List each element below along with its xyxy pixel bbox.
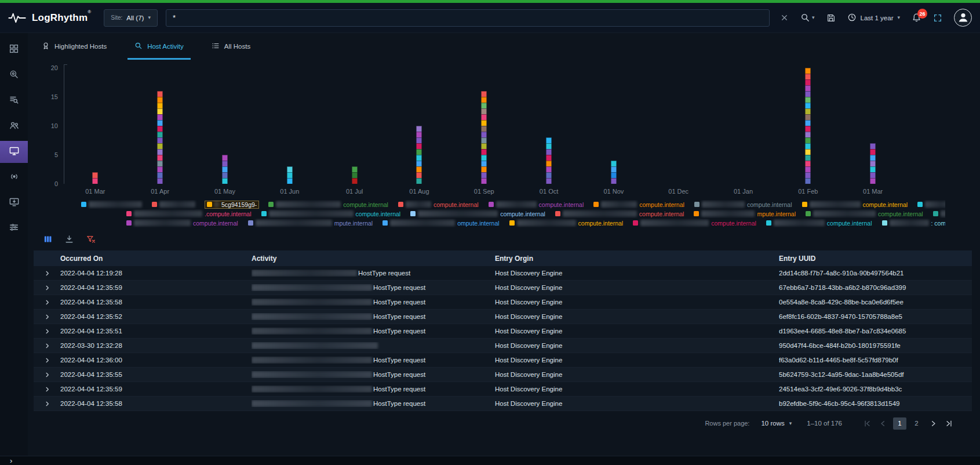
row-expand-chevron[interactable] [34,401,60,407]
chart-bar[interactable] [547,137,552,184]
legend-item[interactable]: compute.internal [126,220,238,227]
table-row[interactable]: 2022-04-04 12:35:58HostType requestHost … [34,295,972,310]
legend-item[interactable]: compute.internal [593,201,684,208]
previous-page-button[interactable] [877,418,888,429]
sidebar-item-administration[interactable] [0,217,28,239]
legend-item[interactable]: compute.internal [398,201,479,208]
bar-segment [806,74,811,79]
legend-item[interactable]: .compute.internal [126,210,252,217]
table-row[interactable]: 2022-04-04 12:35:59HostType requestHost … [34,281,972,295]
tab-all-hosts[interactable]: All Hosts [208,33,254,60]
chart-bar[interactable] [222,155,227,184]
sidebar-item-hosts[interactable] [0,141,28,163]
chart-bar[interactable] [870,143,876,184]
tab-host-activity[interactable]: Host Activity [131,33,187,60]
bar-segment [158,137,163,143]
cell-entry-uuid: 0e554a8e-8ca8-429c-88be-bca0e6d6f5ee [779,299,972,306]
chart-bar[interactable] [352,166,357,184]
bar-segment [158,97,163,103]
table-row[interactable]: 2022-04-04 12:35:58HostType requestHost … [34,397,972,411]
table-row[interactable]: 2022-04-04 12:35:51HostType requestHost … [34,324,972,339]
legend-item[interactable]: compute.internal [489,201,584,208]
last-page-button[interactable] [943,418,955,429]
legend-color-chip [593,202,599,207]
fullscreen-button[interactable] [933,13,942,23]
sidebar-item-search[interactable] [0,90,28,112]
chart-bar[interactable] [93,172,98,184]
save-search-button[interactable] [826,13,836,23]
sidebar-item-network[interactable] [0,166,28,188]
legend-item[interactable]: compute.internal [261,210,401,217]
tab-highlighted-hosts[interactable]: Highlighted Hosts [38,33,110,60]
chart-bar[interactable] [806,68,811,184]
legend-item[interactable]: compute.internal [509,220,624,227]
site-filter-dropdown[interactable]: Site: All (7) ▾ [104,9,158,27]
row-expand-chevron[interactable] [34,270,60,277]
row-expand-chevron[interactable] [34,299,60,306]
columns-button[interactable] [43,234,53,246]
sidebar-item-deployment[interactable] [0,192,28,214]
first-page-button[interactable] [862,418,873,429]
legend-item[interactable]: compute.internal [633,220,756,227]
legend-item[interactable]: compute.internal [410,210,545,217]
table-row[interactable]: 2022-03-30 12:32:28Host Discovery Engine… [34,339,972,353]
legend-item[interactable]: 5cg94159g9- [205,201,258,208]
legend-item[interactable] [933,210,945,217]
table-row[interactable]: 2022-04-04 12:35:55HostType requestHost … [34,368,972,382]
legend-color-chip [694,211,699,216]
legend-item[interactable]: compute.internal [766,220,872,227]
time-range-dropdown[interactable]: Last 1 year ▾ [847,13,900,23]
header-activity: Activity [252,255,495,263]
legend-item[interactable]: : compute.internal [882,220,946,227]
bar-segment [417,137,422,143]
cell-entry-origin: Host Discovery Engine [495,313,779,320]
chart-bar[interactable] [482,91,487,184]
page-button-2[interactable]: 2 [910,417,923,430]
legend-color-chip [261,211,267,216]
legend-item[interactable]: compute.internal [694,201,792,208]
sidebar-item-users[interactable] [0,115,28,137]
search-input[interactable] [166,9,770,27]
legend-item[interactable]: mpute.internal [694,210,796,217]
chart-bar[interactable] [417,126,422,184]
legend-item[interactable]: ompute.internal [917,201,945,208]
row-expand-chevron[interactable] [34,285,60,291]
chart-bar[interactable] [611,161,616,184]
table-row[interactable]: 2022-04-04 12:35:52HostType requestHost … [34,310,972,324]
sidebar-item-investigate[interactable] [0,64,28,86]
legend-item[interactable] [152,201,195,208]
row-expand-chevron[interactable] [34,343,60,349]
legend-item[interactable]: mpute.internal [248,220,373,227]
page-button-1[interactable]: 1 [893,417,906,430]
legend-item[interactable]: compute.internal [802,201,908,208]
cell-occurred-on: 2022-04-04 12:35:59 [60,386,252,393]
table-row[interactable]: 2022-04-04 12:36:00HostType requestHost … [34,353,972,368]
user-avatar[interactable] [954,9,972,27]
row-expand-chevron[interactable] [34,386,60,393]
notifications-button[interactable]: 26 [912,13,921,23]
legend-item[interactable]: compute.internal [806,210,923,217]
sidebar-item-dashboards[interactable] [0,39,28,61]
clear-filters-button[interactable] [86,234,96,246]
row-expand-chevron[interactable] [34,328,60,335]
table-row[interactable]: 2022-04-04 12:35:59HostType requestHost … [34,382,972,397]
search-options-button[interactable]: ▾ [800,13,815,23]
legend-item[interactable]: ompute.internal [382,220,499,227]
table-row[interactable]: 2022-04-04 12:19:28HostType requestHost … [34,266,972,281]
chart-bar[interactable] [158,91,163,184]
row-expand-chevron[interactable] [34,357,60,364]
row-expand-chevron[interactable] [34,372,60,378]
sidebar-expand-button[interactable]: › [10,457,12,464]
legend-item[interactable]: compute.internal [268,201,388,208]
pager: 12 [862,417,955,430]
bar-segment [547,178,552,184]
rows-per-page-select[interactable]: 10 rows ▾ [761,420,792,427]
export-button[interactable] [64,234,74,246]
next-page-button[interactable] [928,418,939,429]
chart-bar[interactable] [287,166,292,184]
time-range-value: Last 1 year [861,14,894,21]
clear-search-button[interactable] [780,13,789,22]
legend-item[interactable] [81,201,142,208]
legend-item[interactable]: compute.internal [555,210,684,217]
row-expand-chevron[interactable] [34,314,60,320]
